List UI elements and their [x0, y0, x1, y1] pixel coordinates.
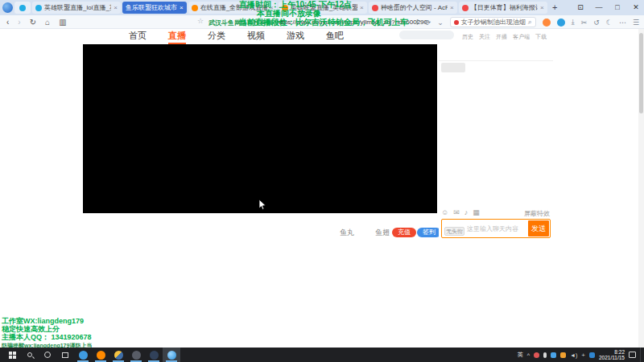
task-view-button[interactable]	[56, 348, 74, 362]
overlay-qq: 主播本人QQ： 1341920678	[2, 334, 92, 341]
site-identity[interactable]: 武汉斗鱼网络科技有限公司	[208, 19, 286, 27]
link-history[interactable]: 历史	[462, 33, 473, 41]
refresh-icon[interactable]: ↻	[30, 18, 36, 27]
cortana-icon	[44, 352, 51, 358]
pinned-tab[interactable]	[14, 2, 31, 14]
microphone-icon[interactable]	[543, 352, 547, 358]
send-button[interactable]: 发送	[528, 220, 549, 237]
browser-tab[interactable]: 【日更体育】福利海报计划绅士 ×	[459, 2, 547, 14]
site-nav: 首页 直播 分类 视频 游戏 鱼吧 历史 关注 开播 客户端 下载	[0, 29, 638, 42]
close-tab-icon[interactable]: ×	[180, 4, 184, 11]
taskbar-app-2[interactable]	[92, 348, 109, 362]
action-center-icon[interactable]	[629, 352, 636, 358]
back-icon[interactable]: ‹	[6, 18, 9, 27]
taskbar-clock[interactable]: 8:22 2021/11/15	[599, 349, 625, 360]
browser-tab[interactable]: 英雄联盟直播_lol直播_英雄联盟视 ×	[32, 2, 121, 14]
site-search-box[interactable]	[399, 31, 454, 39]
taskbar-app-4[interactable]	[127, 348, 145, 362]
taskbar-app-5[interactable]	[145, 348, 163, 362]
tab-title: 英雄联盟直播_lol直播_英雄联盟视	[44, 3, 111, 12]
nav-item-yuba[interactable]: 鱼吧	[326, 30, 344, 42]
tray-q-icon[interactable]	[589, 352, 595, 358]
forward-icon[interactable]: ›	[18, 18, 20, 27]
app-icon	[79, 351, 88, 360]
address-bar-url[interactable]: https://www.douyu.com/topic/yllmscj_zbj?…	[277, 19, 427, 26]
page-scrollbar[interactable]	[638, 29, 644, 348]
start-button[interactable]	[3, 348, 21, 362]
ime-indicator[interactable]: 英	[518, 351, 523, 359]
new-tab-button[interactable]: +	[549, 2, 561, 14]
fishfin-label[interactable]: 鱼翅	[375, 228, 390, 238]
tray-expand-icon[interactable]: ^	[527, 352, 530, 358]
chat-input-box: 无头衔 发送	[441, 219, 551, 238]
tray-chat-icon[interactable]	[551, 352, 556, 358]
taskbar-app-1[interactable]	[74, 348, 92, 362]
sync-icon[interactable]: ⟳	[425, 19, 431, 27]
tray-plus-icon[interactable]: +	[581, 352, 585, 359]
night-mode-icon[interactable]: ☾	[606, 19, 613, 27]
fan-badge-selector[interactable]: 无头衔	[444, 227, 464, 236]
block-effects-toggle[interactable]: 屏蔽特效	[524, 209, 550, 218]
browser-tab[interactable]: 英雄联盟直播_英雄联盟无用大力 ×	[279, 2, 367, 14]
window-controls: ⊡ — □ ✕	[576, 1, 641, 14]
checkin-button[interactable]: 签到	[417, 228, 441, 237]
download-icon[interactable]: ⤓	[572, 18, 575, 27]
fishball-label[interactable]: 鱼丸	[340, 228, 354, 238]
link-download[interactable]: 下载	[535, 33, 547, 41]
browser-search-box[interactable]: 女子炒锅制油出现油烟 ⌕	[450, 17, 536, 27]
close-tab-icon[interactable]: ×	[540, 4, 544, 11]
tray-app-red-icon[interactable]	[534, 352, 539, 358]
emoji-icon[interactable]: ☺	[441, 208, 448, 216]
reader-mode-icon[interactable]: ▥	[59, 18, 66, 27]
browser-tab[interactable]: 在线直播_全部游戏直播_网络游戏 ×	[188, 2, 277, 14]
link-client[interactable]: 客户端	[513, 33, 530, 41]
chat-notice-badge[interactable]	[441, 63, 465, 72]
browser-tab[interactable]: 种啥蛋的个人空间 - AcFun弹幕视 ×	[369, 2, 457, 14]
tray-orange-icon[interactable]	[560, 352, 566, 358]
taskbar-icons	[3, 348, 180, 362]
browser-tab-active[interactable]: 鱼乐联盟狂欢城市 ×	[122, 2, 187, 14]
tab-tools-icon[interactable]: ⊡	[576, 1, 585, 14]
extension-basketball-icon[interactable]	[543, 19, 551, 27]
screenshot-icon[interactable]: ✂	[581, 19, 588, 27]
close-tab-icon[interactable]: ×	[270, 4, 274, 11]
video-player[interactable]	[83, 44, 437, 213]
nav-item-games[interactable]: 游戏	[287, 30, 304, 42]
nav-item-categories[interactable]: 分类	[208, 30, 225, 42]
favorites-icon[interactable]: f	[416, 19, 419, 27]
scrollbar-thumb[interactable]	[639, 33, 643, 113]
nav-item-home[interactable]: 首页	[129, 30, 147, 42]
history-restore-icon[interactable]: ↺	[593, 19, 600, 27]
search-icon	[27, 352, 32, 357]
recharge-button[interactable]: 充值	[392, 228, 416, 237]
taskbar-app-browser-active[interactable]	[163, 348, 180, 362]
show-desktop-button[interactable]	[640, 348, 642, 362]
dropdown-chevron-icon[interactable]: ⌄	[437, 19, 444, 27]
card-icon[interactable]: ✉	[453, 208, 460, 216]
link-follow[interactable]: 关注	[479, 33, 490, 41]
app-icon	[150, 351, 159, 360]
menu-icon[interactable]: ☰	[633, 19, 639, 27]
taskbar-search-button[interactable]	[21, 348, 39, 362]
extension-blue-icon[interactable]	[557, 19, 565, 27]
link-broadcast[interactable]: 开播	[496, 33, 507, 41]
close-tab-icon[interactable]: ×	[114, 4, 118, 11]
close-tab-icon[interactable]: ×	[450, 4, 454, 11]
overflow-icon[interactable]: ⋯	[619, 19, 626, 27]
cortana-button[interactable]	[39, 348, 56, 362]
close-button[interactable]: ✕	[631, 1, 641, 14]
chat-input[interactable]	[467, 221, 526, 236]
home-icon[interactable]: ⌂	[45, 18, 50, 27]
close-tab-icon[interactable]: ×	[360, 4, 364, 11]
bookmark-star-icon[interactable]: ☆	[197, 17, 204, 25]
volume-icon[interactable]: ◄)	[570, 352, 577, 358]
nav-item-videos[interactable]: 视频	[247, 30, 265, 42]
gift-box-icon[interactable]: ▦	[473, 208, 480, 216]
search-icon[interactable]: ⌕	[528, 18, 532, 27]
taskbar-app-3[interactable]	[109, 348, 127, 362]
browser-logo-icon[interactable]	[2, 2, 13, 13]
maximize-button[interactable]: □	[613, 1, 622, 14]
horn-icon[interactable]: ♪	[464, 208, 469, 216]
nav-item-live-active[interactable]: 直播	[168, 30, 186, 42]
minimize-button[interactable]: —	[594, 1, 604, 14]
